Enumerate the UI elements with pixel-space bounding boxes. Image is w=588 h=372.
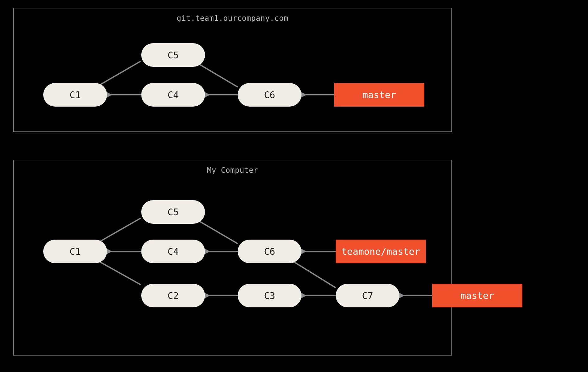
svg-line-7 <box>96 260 141 285</box>
commit-c1: C1 <box>43 83 107 107</box>
commit-c7-local: C7 <box>336 284 399 307</box>
branch-master-remote: master <box>334 83 424 107</box>
commit-c6-local: C6 <box>238 240 301 263</box>
svg-line-8 <box>194 218 238 244</box>
branch-master-local: master <box>432 284 522 307</box>
panel-local: My Computer <box>13 160 452 356</box>
commit-c6: C6 <box>238 83 301 107</box>
commit-c4-local: C4 <box>141 240 205 263</box>
panel-remote-title: git.team1.ourcompany.com <box>177 14 288 23</box>
commit-c4: C4 <box>141 83 205 107</box>
commit-c2-local: C2 <box>141 284 205 307</box>
svg-line-0 <box>96 61 141 87</box>
commit-c3-local: C3 <box>238 284 301 307</box>
panel-remote: git.team1.ourcompany.com C1 C5 C4 C6 mas… <box>13 8 452 132</box>
panel-local-title: My Computer <box>207 166 258 175</box>
svg-line-2 <box>194 61 238 87</box>
branch-teamone-master: teamone/master <box>336 240 426 263</box>
commit-c5-local: C5 <box>141 200 205 224</box>
svg-line-12 <box>291 260 336 288</box>
commit-c5: C5 <box>141 43 205 67</box>
svg-line-5 <box>96 218 141 244</box>
commit-c1-local: C1 <box>43 240 107 263</box>
